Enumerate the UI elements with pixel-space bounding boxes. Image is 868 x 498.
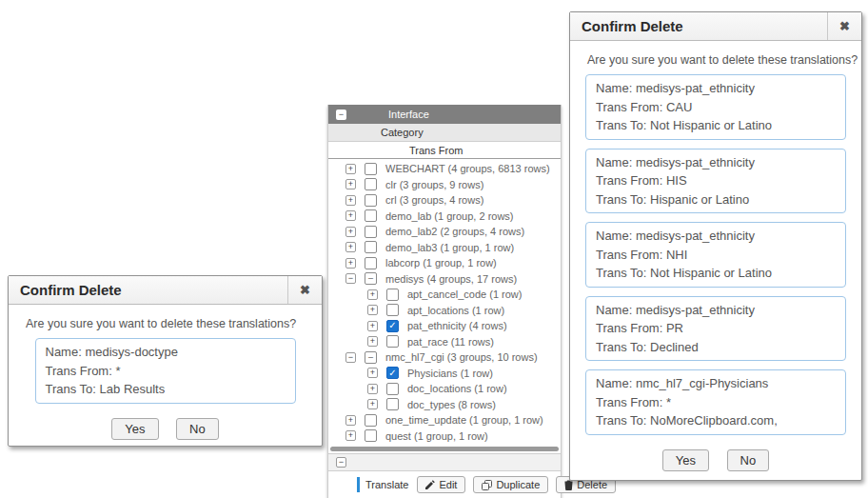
tree-rows: +WEBCHART (4 groups, 6813 rows)+clr (3 g… [328, 159, 561, 444]
row-checkbox-indeterminate[interactable]: – [365, 272, 377, 285]
row-checkbox-unchecked[interactable] [386, 289, 399, 301]
row-checkbox-unchecked[interactable] [365, 429, 377, 442]
row-checkbox-unchecked[interactable] [386, 398, 399, 410]
tree-item-label[interactable]: demo_lab (1 group, 2 rows) [385, 210, 514, 222]
translation-to-line: Trans To: Declined [596, 338, 836, 357]
translate-label[interactable]: Translate [365, 479, 408, 490]
duplicate-icon [482, 480, 492, 490]
translation-item: Name: nmc_hl7_cgi-PhysiciansTrans From: … [585, 369, 846, 435]
tree-row: +crl (3 groups, 4 rows) [328, 192, 561, 209]
translation-to-line: Trans To: Not Hispanic or Latino [596, 264, 836, 283]
row-checkbox-unchecked[interactable] [365, 209, 377, 222]
yes-button[interactable]: Yes [111, 418, 158, 440]
tree-item-label[interactable]: WEBCHART (4 groups, 6813 rows) [385, 163, 550, 174]
translation-name-line: Name: medisys-pat_ethnicity [596, 301, 836, 320]
collapse-all-icon[interactable]: − [336, 110, 346, 120]
translation-from-line: Trans From: CAU [596, 98, 836, 117]
row-checkbox-unchecked[interactable] [365, 257, 377, 269]
expand-icon[interactable]: + [345, 242, 356, 252]
expand-icon[interactable]: + [345, 210, 356, 221]
row-checkbox-indeterminate[interactable]: – [365, 351, 377, 364]
expand-icon[interactable]: + [345, 258, 356, 269]
dialog-body: Are you sure you want to delete these tr… [570, 41, 861, 485]
tree-item-label[interactable]: one_time_update (1 group, 1 row) [385, 414, 543, 426]
translation-to-line: Trans To: Hispanic or Latino [596, 190, 836, 209]
collapse-icon[interactable]: − [345, 273, 356, 284]
translation-name-line: Name: medisys-doctype [46, 343, 286, 362]
row-checkbox-unchecked[interactable] [386, 304, 399, 316]
row-checkbox-unchecked[interactable] [365, 178, 377, 190]
expand-icon[interactable]: + [367, 384, 378, 394]
translation-to-line: Trans To: Lab Results [46, 380, 286, 399]
edit-button[interactable]: Edit [417, 476, 465, 493]
tree-item-label[interactable]: demo_lab3 (1 group, 1 row) [385, 242, 514, 253]
row-checkbox-checked[interactable]: ✓ [386, 367, 399, 379]
tree-item-label[interactable]: doc_types (8 rows) [407, 399, 496, 410]
interface-header-label: Interface [388, 109, 429, 120]
expand-icon[interactable]: + [345, 179, 356, 189]
interface-header-bar: − Interface [328, 105, 561, 124]
collapse-icon[interactable]: − [336, 457, 346, 468]
dialog-buttons: Yes No [583, 444, 848, 475]
row-checkbox-unchecked[interactable] [365, 241, 377, 253]
row-checkbox-unchecked[interactable] [365, 414, 377, 427]
expand-icon[interactable]: + [345, 164, 356, 174]
expand-icon[interactable]: + [367, 368, 378, 378]
expand-icon[interactable]: + [345, 195, 356, 206]
row-checkbox-unchecked[interactable] [365, 163, 377, 175]
tree-item-label[interactable]: clr (3 groups, 9 rows) [385, 179, 483, 190]
row-checkbox-checked[interactable]: ✓ [386, 320, 399, 332]
expand-icon[interactable]: + [367, 336, 378, 347]
no-button[interactable]: No [727, 449, 770, 471]
no-button[interactable]: No [176, 418, 219, 440]
tree-row: +✓Physicians (1 row) [328, 366, 561, 382]
translation-item: Name: medisys-pat_ethnicityTrans From: C… [585, 74, 846, 140]
tree-row: −–medisys (4 groups, 17 rows) [328, 271, 561, 288]
row-checkbox-unchecked[interactable] [386, 383, 399, 395]
expand-icon[interactable]: + [367, 399, 378, 409]
expand-icon[interactable]: + [345, 227, 356, 237]
dialog-titlebar: Confirm Delete ✖ [570, 12, 861, 41]
translation-from-line: Trans From: PR [596, 319, 836, 338]
close-icon[interactable]: ✖ [827, 12, 861, 40]
expand-icon[interactable]: + [345, 415, 356, 426]
translation-name-line: Name: medisys-pat_ethnicity [596, 227, 836, 246]
tree-row: +pat_race (11 rows) [328, 334, 561, 350]
horizontal-scrollbar[interactable] [330, 447, 559, 451]
tree-item-label[interactable]: doc_locations (1 row) [407, 383, 507, 394]
tree-row: +doc_locations (1 row) [328, 381, 561, 397]
tree-item-label[interactable]: labcorp (1 group, 1 row) [385, 257, 497, 269]
translation-item: Name: medisys-pat_ethnicityTrans From: P… [585, 296, 846, 362]
row-checkbox-unchecked[interactable] [386, 335, 399, 348]
expand-icon[interactable]: + [345, 430, 356, 441]
tree-item-label[interactable]: medisys (4 groups, 17 rows) [385, 273, 517, 285]
tree-row: +apt_cancel_code (1 row) [328, 287, 561, 303]
translation-name-line: Name: medisys-pat_ethnicity [596, 153, 836, 172]
tree-item-label[interactable]: pat_race (11 rows) [407, 336, 494, 348]
expand-icon[interactable]: + [367, 321, 378, 331]
expand-icon[interactable]: + [367, 289, 378, 300]
confirm-message: Are you sure you want to delete these tr… [26, 317, 308, 330]
tree-row: +one_time_update (1 group, 1 row) [328, 412, 561, 428]
dialog-buttons: Yes No [22, 412, 308, 444]
tree-item-label[interactable]: pat_ethnicity (4 rows) [407, 320, 507, 331]
row-checkbox-unchecked[interactable] [365, 226, 377, 238]
collapse-row: − [328, 453, 561, 471]
collapse-icon[interactable]: − [345, 352, 356, 363]
confirm-message: Are you sure you want to delete these tr… [587, 53, 848, 67]
tree-item-label[interactable]: Physicians (1 row) [407, 368, 493, 379]
translation-name-line: Name: medisys-pat_ethnicity [596, 79, 836, 98]
close-icon[interactable]: ✖ [287, 276, 322, 304]
tree-item-label[interactable]: crl (3 groups, 4 rows) [385, 194, 483, 206]
tree-item-label[interactable]: apt_cancel_code (1 row) [407, 289, 522, 300]
confirm-delete-dialog-right: Confirm Delete ✖ Are you sure you want t… [569, 11, 862, 481]
expand-icon[interactable]: + [367, 305, 378, 315]
category-header: Category [328, 124, 561, 142]
duplicate-button[interactable]: Duplicate [473, 476, 548, 493]
tree-item-label[interactable]: quest (1 group, 1 row) [385, 430, 488, 442]
yes-button[interactable]: Yes [662, 449, 709, 471]
tree-item-label[interactable]: nmc_hl7_cgi (3 groups, 10 rows) [385, 351, 538, 363]
tree-item-label[interactable]: apt_locations (1 row) [407, 305, 504, 316]
tree-item-label[interactable]: demo_lab2 (2 groups, 4 rows) [385, 226, 524, 237]
row-checkbox-unchecked[interactable] [365, 194, 377, 207]
